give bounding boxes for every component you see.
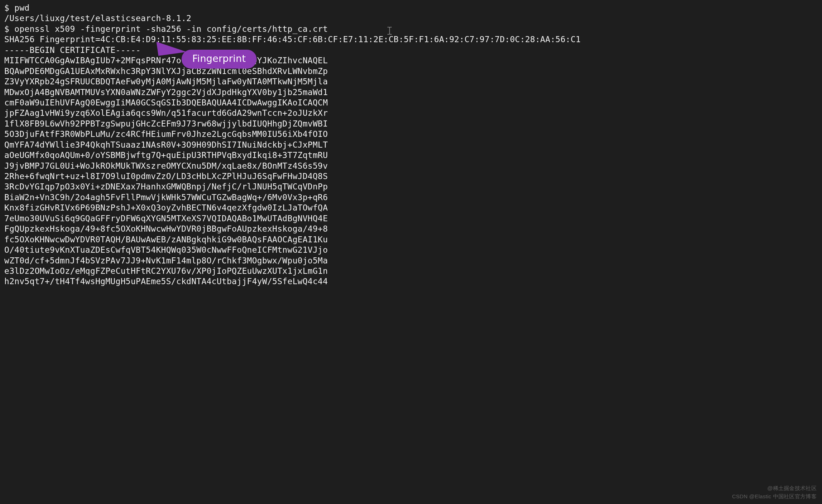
command-line-1: $ pwd	[4, 3, 818, 13]
watermark-text: @稀土掘金技术社区 CSDN @Elastic 中国社区官方博客	[732, 484, 817, 500]
cert-line: h2nv5qt7+/tH4Tf4wsHgMUgH5uPAEme5S/ckdNTA…	[4, 276, 818, 287]
cert-line: 5O3DjuFAtfF3R0WbPLuMu/zc4RCfHEiumFrv0Jhz…	[4, 129, 818, 139]
cert-begin-marker: -----BEGIN CERTIFICATE-----	[4, 45, 818, 55]
text-cursor-icon	[387, 26, 392, 38]
cert-line: Knx8fizGHvRIVx6P69BNzPshJ+X0xQ3oyZvhBECT…	[4, 203, 818, 213]
cert-line: cmF0aW9uIEhUVFAgQ0EwggIiMA0GCSqGSIb3DQEB…	[4, 98, 818, 108]
command-text: pwd	[14, 3, 29, 13]
watermark-line: @稀土掘金技术社区	[732, 484, 817, 493]
cert-line: wZT0d/cf+5dmnJf4bSVzPAv7JJ9+NvK1mF14mlp8…	[4, 256, 818, 266]
cert-line: 3RcDvYGIqp7pO3x0Yi+zDNEXax7HanhxGMWQBnpj…	[4, 182, 818, 192]
watermark-line: CSDN @Elastic 中国社区官方博客	[732, 493, 817, 501]
annotation-callout: Fingerprint	[182, 39, 257, 58]
cert-line: O/40tiute9vKnXTuaZDEsCwfqVBT54KHQWq035W0…	[4, 245, 818, 255]
fingerprint-output: SHA256 Fingerprint=4C:CB:E4:D9:11:55:83:…	[4, 34, 818, 45]
cert-line: MDwxOjA4BgNVBAMTMUVsYXN0aWNzZWFyY2ggc2Vj…	[4, 87, 818, 98]
command-line-2: $ openssl x509 -fingerprint -sha256 -in …	[4, 24, 818, 34]
command-text: openssl x509 -fingerprint -sha256 -in co…	[14, 24, 328, 34]
cert-line: e3lDz2OMwIoOz/eMqgFZPeCutHFtRC2YXU76v/XP…	[4, 266, 818, 276]
prompt: $	[4, 3, 14, 13]
prompt: $	[4, 24, 14, 34]
output-pwd: /Users/liuxg/test/elasticsearch-8.1.2	[4, 13, 818, 24]
cert-line: BQAwPDE6MDgGA1UEAxMxRWxhc3RpY3NlYXJjaCBz…	[4, 66, 818, 76]
cert-line: fc5OXoKHNwcwDwYDVR0TAQH/BAUwAwEB/zANBgkq…	[4, 234, 818, 245]
annotation-bubble: Fingerprint	[182, 50, 257, 69]
cert-line: aOeUGMfx0qoAQUm+0/oYSBMBjwftg7Q+quEipU3R…	[4, 150, 818, 160]
cert-line: 2Rhe+6fwqNrt+uz+l8I7O9luI0pdmvZzO/LD3cHb…	[4, 171, 818, 182]
cert-line: jpFZAag1vHWi9yzq6XolEAgia6qcs9Wn/q51facu…	[4, 108, 818, 118]
cert-line: QmYFA74dYWllie3P4QkqhTSuaaz1NAsR0V+3O9H0…	[4, 140, 818, 150]
cert-line: BiaW2n+Vn3C9h/2o4agh5FvFllPmwVjkWHk57WWC…	[4, 192, 818, 203]
cert-line: J9jvBMPJ7GL0Ui+WoJkROkMUkTWXszreOMYCXnu5…	[4, 161, 818, 171]
cert-line: FgQUpzkexHskoga/49+8fc5OXoKHNwcwHwYDVR0j…	[4, 224, 818, 234]
cert-line: 7eUmo30UVuSi6q9GQaGFFryDFW6qXYGN5MTXeXS7…	[4, 213, 818, 224]
terminal-output[interactable]: $ pwd /Users/liuxg/test/elasticsearch-8.…	[4, 3, 818, 287]
cert-line: 1flX8FB9L6wVh92PPBTzgSwpujGHcZcEFm9J73rw…	[4, 119, 818, 129]
cert-line: Z3VyYXRpb24gSFRUUCBDQTAeFw0yMjA0MjAwNjM5…	[4, 76, 818, 87]
cert-line: MIIFWTCCA0GgAwIBAgIUb7+2MFqsPRNr47o6OavB…	[4, 55, 818, 66]
